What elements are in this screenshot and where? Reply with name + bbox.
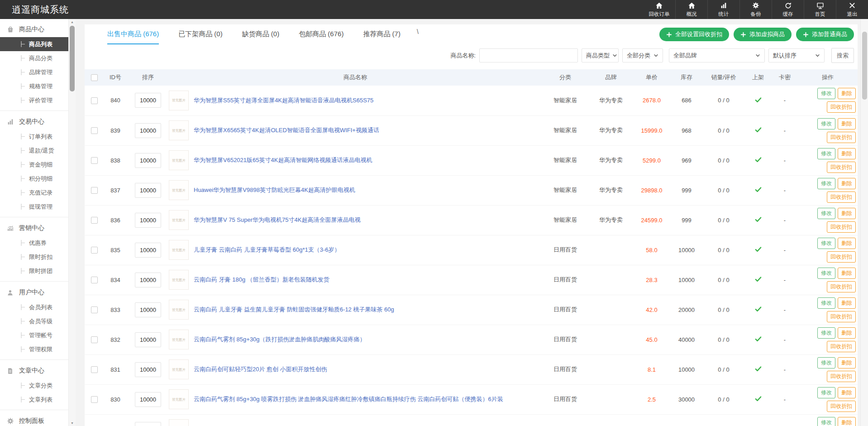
product-name-link[interactable]: Huawei华为智慧屏V9898英寸防眩光巨幕4K超高清护眼电视机 [194,186,355,194]
edit-button[interactable]: 修改 [817,238,835,249]
tab[interactable]: 推荐商品 (7) [363,24,401,44]
delete-button[interactable]: 删除 [838,268,856,279]
row-checkbox[interactable] [91,336,98,343]
sidebar-item[interactable]: 提现管理 [0,200,68,214]
delete-button[interactable]: 删除 [838,148,856,159]
sort-input[interactable] [135,213,161,228]
product-name-link[interactable]: 华为智慧屏V 75 Super华为电视机75寸4K超高清全面屏液晶电视 [194,216,360,224]
page-scroll-thumb[interactable] [862,32,867,100]
sidebar-item[interactable]: 退款/退货 [0,144,68,158]
sidebar-item[interactable]: 积分明细 [0,172,68,186]
sidebar-item[interactable]: 资金明细 [0,158,68,172]
sidebar-section-header[interactable]: 营销中心 [0,220,68,236]
sidebar-section-header[interactable]: 商品中心 [0,22,68,37]
delete-button[interactable]: 删除 [838,118,856,129]
topbar-item[interactable]: 统计 [707,0,739,19]
set-all-recycle-discount-button[interactable]: 全部设置回收折扣 [659,28,729,41]
delete-button[interactable]: 删除 [838,238,856,249]
recycle-discount-button[interactable]: 回收折扣 [827,132,856,143]
sidebar-item[interactable]: 会员等级 [0,314,68,328]
row-checkbox[interactable] [91,396,98,403]
recycle-discount-button[interactable]: 回收折扣 [827,101,856,113]
topbar-item[interactable]: 回收订单 [643,0,675,19]
delete-button[interactable]: 删除 [838,387,856,398]
recycle-discount-button[interactable]: 回收折扣 [827,341,856,352]
edit-button[interactable]: 修改 [817,297,835,309]
sort-input[interactable] [135,153,161,168]
product-type-select[interactable]: 商品类型 [582,48,619,62]
sidebar-section-header[interactable]: 交易中心 [0,114,68,129]
sort-input[interactable] [135,332,161,347]
sidebar-item[interactable]: 规格管理 [0,79,68,93]
sort-input[interactable] [135,273,161,287]
topbar-item[interactable]: 首页 [804,0,836,19]
page-scrollbar[interactable] [860,19,868,426]
sidebar-item[interactable]: 管理帐号 [0,328,68,342]
edit-button[interactable]: 修改 [817,88,835,99]
product-name-link[interactable]: 儿童牙膏 云南白药 儿童牙膏草莓香型 60g*1支（3-6岁） [194,246,340,254]
sort-input[interactable] [135,302,161,317]
sidebar-item[interactable]: 评价管理 [0,93,68,107]
row-checkbox[interactable] [91,127,98,134]
brand-select[interactable]: 全部品牌 [669,48,765,62]
edit-button[interactable]: 修改 [817,268,835,279]
edit-button[interactable]: 修改 [817,208,835,219]
edit-button[interactable]: 修改 [817,178,835,189]
add-normal-product-button[interactable]: 添加普通商品 [796,28,854,41]
sidebar-item[interactable]: 会员列表 [0,300,68,314]
tab[interactable]: 包邮商品 (676) [299,24,343,44]
row-checkbox[interactable] [91,97,98,104]
edit-button[interactable]: 修改 [817,357,835,369]
recycle-discount-button[interactable]: 回收折扣 [827,191,856,203]
select-all-checkbox[interactable] [91,74,98,81]
sort-input[interactable] [135,362,161,377]
sidebar-item[interactable]: 订单列表 [0,129,68,144]
row-checkbox[interactable] [91,277,98,283]
product-name-link[interactable]: 云南白药气雾剂 85g+30g 喷雾跌打损伤 淤血肿痛风湿疼痛红肿冷敷镇痛白瓶持… [194,395,503,403]
add-virtual-product-button[interactable]: 添加虚拟商品 [734,28,792,41]
sidebar-scrollbar[interactable]: ▲ ▼ [68,19,76,426]
sort-input[interactable] [135,243,161,258]
edit-button[interactable]: 修改 [817,387,835,398]
row-checkbox[interactable] [91,247,98,254]
recycle-discount-button[interactable]: 回收折扣 [827,162,856,173]
product-name-link[interactable]: 华为智慧屏S55英寸超薄全面屏4K超高清智能语音液晶电视机S65S75 [194,96,373,105]
edit-button[interactable]: 修改 [817,148,835,159]
row-checkbox[interactable] [91,187,98,194]
topbar-item[interactable]: 概况 [675,0,707,19]
edit-button[interactable]: 修改 [817,417,835,426]
sidebar-section-header[interactable]: 文章中心 [0,363,68,378]
sidebar-item[interactable]: 限时折扣 [0,250,68,264]
delete-button[interactable]: 删除 [838,327,856,339]
delete-button[interactable]: 删除 [838,88,856,99]
row-checkbox[interactable] [91,217,98,224]
delete-button[interactable]: 删除 [838,178,856,189]
product-name-input[interactable] [479,48,578,62]
row-checkbox[interactable] [91,366,98,373]
recycle-discount-button[interactable]: 回收折扣 [827,371,856,382]
search-button[interactable]: 搜索 [831,48,854,63]
sidebar-item[interactable]: 文章列表 [0,392,68,407]
row-checkbox[interactable] [91,157,98,164]
row-checkbox[interactable] [91,306,98,313]
topbar-item[interactable]: 缓存 [772,0,804,19]
topbar-item[interactable]: 退出 [836,0,868,19]
recycle-discount-button[interactable]: 回收折扣 [827,251,856,263]
delete-button[interactable]: 删除 [838,417,856,426]
sidebar-item[interactable]: 优惠券 [0,236,68,250]
product-name-link[interactable]: 云南白药创可贴轻巧型20片 愈创 小面积开放性创伤 [194,365,327,373]
recycle-discount-button[interactable]: 回收折扣 [827,281,856,292]
recycle-discount-button[interactable]: 回收折扣 [827,311,856,322]
sidebar-item[interactable]: 充值记录 [0,186,68,200]
product-name-link[interactable]: 华为智慧屏V652021版65英寸4K超高清智能网络视频通话液晶电视机 [194,156,372,164]
sidebar-section-header[interactable]: 控制面板 [0,413,68,426]
sidebar-item[interactable]: 商品分类 [0,51,68,65]
topbar-item[interactable]: 备份 [739,0,772,19]
sidebar-item[interactable]: 限时拼团 [0,264,68,278]
delete-button[interactable]: 删除 [838,357,856,369]
tab[interactable]: 已下架商品 (0) [178,24,223,44]
edit-button[interactable]: 修改 [817,118,835,129]
recycle-discount-button[interactable]: 回收折扣 [827,221,856,233]
tab[interactable]: 出售中商品 (676) [107,24,159,44]
sidebar-item[interactable]: 管理权限 [0,342,68,356]
